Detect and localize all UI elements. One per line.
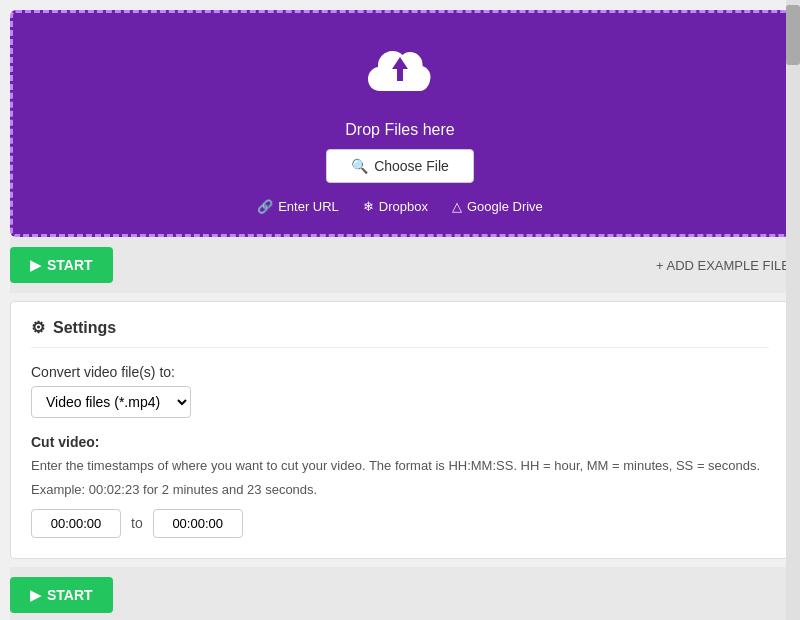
play-icon: ▶ (30, 257, 41, 273)
cut-video-desc: Enter the timestamps of where you want t… (31, 456, 769, 476)
link-icon: 🔗 (257, 199, 273, 214)
cut-video-label: Cut video: (31, 434, 769, 450)
bottom-action-bar: ▶ START (10, 567, 790, 621)
add-example-link[interactable]: + ADD EXAMPLE FILE (656, 258, 790, 273)
convert-label: Convert video file(s) to: (31, 364, 769, 380)
upload-cloud-icon (365, 43, 435, 111)
search-icon: 🔍 (351, 158, 368, 174)
cut-video-section: Cut video: Enter the timestamps of where… (31, 434, 769, 538)
to-connector: to (131, 515, 143, 531)
dropbox-icon: ❄ (363, 199, 374, 214)
scrollbar-thumb[interactable] (786, 5, 800, 65)
choose-file-button[interactable]: 🔍 Choose File (326, 149, 474, 183)
settings-title: ⚙ Settings (31, 318, 769, 348)
drop-zone[interactable]: Drop Files here 🔍 Choose File 🔗 Enter UR… (10, 10, 790, 237)
google-drive-icon: △ (452, 199, 462, 214)
top-action-bar: ▶ START + ADD EXAMPLE FILE (10, 237, 790, 293)
dropbox-link[interactable]: ❄ Dropbox (363, 199, 428, 214)
start-button-bottom[interactable]: ▶ START (10, 577, 113, 613)
cut-video-example: Example: 00:02:23 for 2 minutes and 23 s… (31, 482, 769, 497)
time-to-input[interactable] (153, 509, 243, 538)
gear-icon: ⚙ (31, 318, 45, 337)
format-select[interactable]: Video files (*.mp4) Video files (*.avi) … (31, 386, 191, 418)
enter-url-link[interactable]: 🔗 Enter URL (257, 199, 339, 214)
time-range: to (31, 509, 769, 538)
scrollbar[interactable] (786, 0, 800, 620)
settings-panel: ⚙ Settings Convert video file(s) to: Vid… (10, 301, 790, 559)
drop-files-text: Drop Files here (345, 121, 454, 139)
start-button-top[interactable]: ▶ START (10, 247, 113, 283)
google-drive-link[interactable]: △ Google Drive (452, 199, 543, 214)
convert-format-group: Convert video file(s) to: Video files (*… (31, 364, 769, 418)
source-links: 🔗 Enter URL ❄ Dropbox △ Google Drive (257, 199, 543, 214)
play-icon-bottom: ▶ (30, 587, 41, 603)
time-from-input[interactable] (31, 509, 121, 538)
